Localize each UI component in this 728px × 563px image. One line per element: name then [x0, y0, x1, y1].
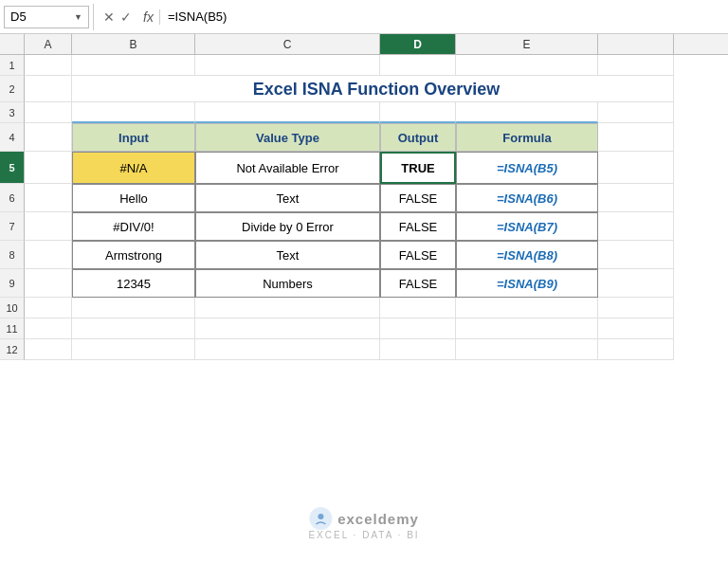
cell-d5[interactable]: TRUE — [380, 152, 456, 184]
cell-b7[interactable]: #DIV/0! — [72, 212, 195, 241]
confirm-icon[interactable]: ✓ — [120, 9, 132, 25]
cell-e4[interactable]: Formula — [456, 123, 598, 152]
row-header-12[interactable]: 12 — [0, 339, 25, 360]
row-header-1[interactable]: 1 — [0, 55, 25, 76]
cell-f10[interactable] — [598, 298, 674, 318]
cell-c8[interactable]: Text — [195, 241, 380, 269]
row-header-11[interactable]: 11 — [0, 318, 25, 339]
cell-c2[interactable] — [195, 76, 380, 102]
cell-f3[interactable] — [598, 102, 674, 123]
cell-e7[interactable]: =ISNA(B7) — [456, 212, 598, 241]
cell-c1[interactable] — [195, 55, 380, 76]
row-5: 5 #N/A Not Available Error TRUE =ISNA(B5… — [0, 152, 728, 184]
watermark-icon — [309, 507, 332, 530]
cell-a6[interactable] — [25, 184, 72, 212]
cell-d9[interactable]: FALSE — [380, 269, 456, 298]
cancel-icon[interactable]: ✕ — [103, 9, 115, 25]
cell-b12[interactable] — [72, 339, 195, 360]
cell-b2[interactable] — [72, 76, 195, 102]
cell-e12[interactable] — [456, 339, 598, 360]
formula-input[interactable]: =ISNA(B5) — [160, 9, 724, 24]
cell-d6[interactable]: FALSE — [380, 184, 456, 212]
row-header-4[interactable]: 4 — [0, 123, 25, 152]
cell-b10[interactable] — [72, 298, 195, 318]
cell-f11[interactable] — [598, 318, 674, 339]
cell-d4[interactable]: Output — [380, 123, 456, 152]
cell-b1[interactable] — [72, 55, 195, 76]
cell-c5[interactable]: Not Available Error — [195, 152, 380, 184]
col-header-f[interactable] — [598, 34, 674, 54]
cell-a8[interactable] — [25, 241, 72, 269]
cell-d2[interactable] — [380, 76, 456, 102]
col-header-a[interactable]: A — [25, 34, 72, 54]
cell-a5[interactable] — [25, 152, 72, 184]
cell-c4[interactable]: Value Type — [195, 123, 380, 152]
row-header-2[interactable]: 2 — [0, 76, 25, 102]
cell-d3[interactable] — [380, 102, 456, 123]
cell-c6[interactable]: Text — [195, 184, 380, 212]
cell-c3[interactable] — [195, 102, 380, 123]
cell-e1[interactable] — [456, 55, 598, 76]
cell-a12[interactable] — [25, 339, 72, 360]
row-9: 9 12345 Numbers FALSE =ISNA(B9) — [0, 269, 728, 298]
row-header-10[interactable]: 10 — [0, 298, 25, 318]
cell-f7[interactable] — [598, 212, 674, 241]
cell-b8[interactable]: Armstrong — [72, 241, 195, 269]
cell-c9[interactable]: Numbers — [195, 269, 380, 298]
col-header-d[interactable]: D — [380, 34, 456, 54]
row-header-6[interactable]: 6 — [0, 184, 25, 212]
cell-e11[interactable] — [456, 318, 598, 339]
cell-f12[interactable] — [598, 339, 674, 360]
cell-b5[interactable]: #N/A — [72, 152, 195, 184]
cell-e8[interactable]: =ISNA(B8) — [456, 241, 598, 269]
row-header-5[interactable]: 5 — [0, 152, 25, 184]
formula-bar-divider1 — [93, 4, 94, 30]
cell-a2[interactable] — [25, 76, 72, 102]
cell-a4[interactable] — [25, 123, 72, 152]
row-header-3[interactable]: 3 — [0, 102, 25, 123]
cell-f2[interactable] — [598, 76, 674, 102]
cell-e6[interactable]: =ISNA(B6) — [456, 184, 598, 212]
cell-f1[interactable] — [598, 55, 674, 76]
cell-b9[interactable]: 12345 — [72, 269, 195, 298]
cell-a9[interactable] — [25, 269, 72, 298]
col-header-e[interactable]: E — [456, 34, 598, 54]
cell-d12[interactable] — [380, 339, 456, 360]
cell-f4[interactable] — [598, 123, 674, 152]
cell-a1[interactable] — [25, 55, 72, 76]
cell-d8[interactable]: FALSE — [380, 241, 456, 269]
cell-d1[interactable] — [380, 55, 456, 76]
cell-a3[interactable] — [25, 102, 72, 123]
cell-a11[interactable] — [25, 318, 72, 339]
cell-f6[interactable] — [598, 184, 674, 212]
cell-f8[interactable] — [598, 241, 674, 269]
cell-e3[interactable] — [456, 102, 598, 123]
row-header-8[interactable]: 8 — [0, 241, 25, 269]
col-header-c[interactable]: C — [195, 34, 380, 54]
cell-b3[interactable] — [72, 102, 195, 123]
row-10: 10 — [0, 298, 728, 318]
cell-reference-box[interactable]: D5 ▼ — [4, 6, 89, 28]
cell-a10[interactable] — [25, 298, 72, 318]
cell-e9[interactable]: =ISNA(B9) — [456, 269, 598, 298]
cell-e5[interactable]: =ISNA(B5) — [456, 152, 598, 184]
cell-c11[interactable] — [195, 318, 380, 339]
col-header-b[interactable]: B — [72, 34, 195, 54]
cell-e2[interactable] — [456, 76, 598, 102]
cell-c10[interactable] — [195, 298, 380, 318]
cell-b6[interactable]: Hello — [72, 184, 195, 212]
cell-c12[interactable] — [195, 339, 380, 360]
cell-c7[interactable]: Divide by 0 Error — [195, 212, 380, 241]
cell-b11[interactable] — [72, 318, 195, 339]
cell-a7[interactable] — [25, 212, 72, 241]
cell-f5[interactable] — [598, 152, 674, 184]
cell-d11[interactable] — [380, 318, 456, 339]
cell-d10[interactable] — [380, 298, 456, 318]
row-header-9[interactable]: 9 — [0, 269, 25, 298]
row-7: 7 #DIV/0! Divide by 0 Error FALSE =ISNA(… — [0, 212, 728, 241]
row-header-7[interactable]: 7 — [0, 212, 25, 241]
cell-f9[interactable] — [598, 269, 674, 298]
cell-d7[interactable]: FALSE — [380, 212, 456, 241]
cell-b4[interactable]: Input — [72, 123, 195, 152]
cell-e10[interactable] — [456, 298, 598, 318]
